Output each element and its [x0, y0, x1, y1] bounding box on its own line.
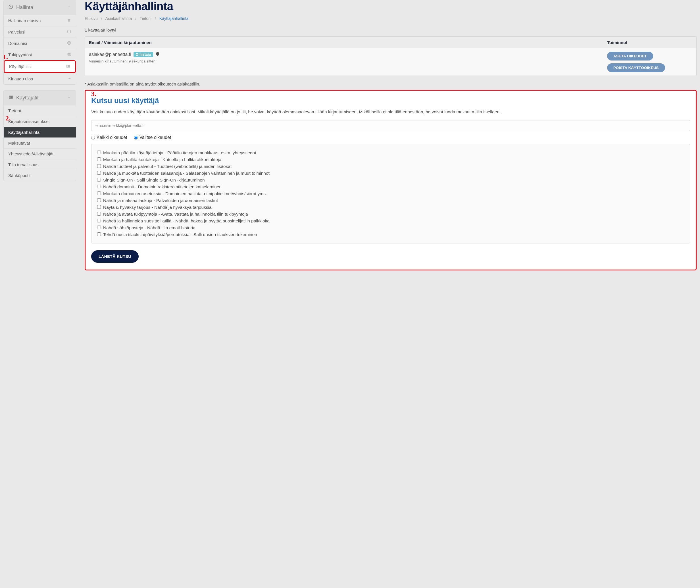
nav-label: Tukipyyntösi: [8, 52, 32, 57]
sidebar-item-hallinnan-etusivu[interactable]: Hallinnan etusivu: [4, 15, 76, 26]
th-email: Email / Viimeisin kirjautuminen: [89, 40, 607, 45]
perm-item[interactable]: Muokata päätilin käyttäjätietoja - Pääti…: [97, 149, 684, 156]
chevron-up-icon: [67, 95, 71, 101]
nav-label: Käyttäjätilisi: [9, 64, 32, 69]
permissions-box: Muokata päätilin käyttäjätietoja - Pääti…: [91, 144, 690, 243]
sidebar-item-domainisi[interactable]: Domainisi: [4, 37, 76, 49]
nav-label: Yhteystiedot/Alikäyttäjät: [8, 151, 53, 156]
perm-checkbox[interactable]: [97, 212, 101, 216]
perm-label: Nähdä ja maksaa laskuja - Palveluiden ja…: [103, 197, 218, 204]
home-icon: [67, 18, 71, 23]
section-header-hallinta[interactable]: Hallinta: [4, 0, 76, 15]
invite-email-input[interactable]: [91, 120, 690, 131]
perm-item[interactable]: Muokata domainien asetuksia - Domainien …: [97, 190, 684, 197]
sidebar-item-palvelusi[interactable]: Palvelusi: [4, 26, 76, 37]
radio-select-rights[interactable]: Valitse oikeudet: [134, 135, 171, 140]
sidebar-item-kayttajatilisi[interactable]: 1. Käyttäjätilisi: [4, 60, 76, 73]
perm-item[interactable]: Tehdä uusia tilauksia/päivityksiä/peruut…: [97, 231, 684, 238]
section-title: Hallinta: [16, 5, 33, 11]
remove-access-button[interactable]: POISTA KÄYTTÖOIKEUS: [607, 63, 665, 72]
owner-badge: Omistaja: [134, 52, 153, 57]
perm-item[interactable]: Nähdä sähköposteja - Nähdä tilin email-h…: [97, 224, 684, 231]
perm-label: Single Sign-On - Salli Single Sign-On -k…: [103, 177, 205, 184]
perm-item[interactable]: Nähdä ja maksaa laskuja - Palveluiden ja…: [97, 197, 684, 204]
sidebar-item-tietoni[interactable]: Tietoni: [4, 105, 76, 116]
perm-label: Nähdä ja muokata tuotteiden salasanoja -…: [103, 170, 270, 177]
perm-item[interactable]: Nähdä ja hallinnoida suosittelijatiliä -…: [97, 218, 684, 224]
compass-icon: [8, 4, 13, 11]
perm-checkbox[interactable]: [97, 219, 101, 222]
perm-label: Nähdä sähköposteja - Nähdä tilin email-h…: [103, 224, 195, 231]
perm-checkbox[interactable]: [97, 191, 101, 195]
table-row: asiakas@planeetta.fi Omistaja Viimeisin …: [85, 48, 696, 76]
perm-checkbox[interactable]: [97, 171, 101, 175]
id-card-icon: [66, 64, 70, 69]
invite-user-panel: 3. Kutsu uusi käyttäjä Voit kutsua uuden…: [85, 90, 697, 270]
send-invite-button[interactable]: LÄHETÄ KUTSU: [91, 250, 139, 263]
breadcrumb-etusivu[interactable]: Etusivu: [85, 16, 98, 21]
nav-label: Maksutavat: [8, 141, 30, 145]
invite-title: Kutsu uusi käyttäjä: [91, 96, 690, 105]
perm-item[interactable]: Nähdä domainit - Domainin rekisteröintit…: [97, 184, 684, 190]
perm-item[interactable]: Nähdä ja muokata tuotteiden salasanoja -…: [97, 170, 684, 177]
last-login-text: Viimeisin kirjautuminen: 9 sekuntia sitt…: [89, 59, 607, 63]
th-actions: Toiminnot: [607, 40, 692, 45]
sidebar-item-kirjautusmisasetukset[interactable]: 2. Kirjautusmisasetukset: [4, 116, 76, 127]
perm-checkbox[interactable]: [97, 151, 101, 154]
perm-item[interactable]: Näytä & hyväksy tarjous - Nähdä ja hyväk…: [97, 204, 684, 211]
section-header-kayttajatili[interactable]: Käyttäjätili: [4, 91, 76, 105]
sidebar: Hallinta Hallinnan etusivu Palvelusi Dom…: [3, 0, 76, 270]
nav-label: Hallinnan etusivu: [8, 18, 41, 23]
breadcrumb-tietoni[interactable]: Tietoni: [140, 16, 152, 21]
sidebar-section-hallinta: Hallinta Hallinnan etusivu Palvelusi Dom…: [3, 0, 76, 85]
sidebar-item-tilin-turvallisuus[interactable]: Tilin turvallisuus: [4, 159, 76, 170]
perm-item[interactable]: Single Sign-On - Salli Single Sign-On -k…: [97, 177, 684, 184]
sidebar-item-tukipyyntosi[interactable]: Tukipyyntösi: [4, 49, 76, 60]
sidebar-section-kayttajatili: Käyttäjätili Tietoni 2. Kirjautusmisaset…: [3, 90, 76, 181]
nav-label: Tietoni: [8, 108, 21, 113]
breadcrumb-current: Käyttäjänhallinta: [159, 16, 189, 21]
annotation-3: 3.: [91, 90, 96, 98]
perm-checkbox[interactable]: [97, 232, 101, 236]
owner-rights-note: * Asiakastilin omistajilla on aina täyde…: [85, 82, 697, 86]
perm-checkbox[interactable]: [97, 226, 101, 229]
id-card-icon: [8, 95, 13, 101]
perm-checkbox[interactable]: [97, 185, 101, 188]
perm-checkbox[interactable]: [97, 198, 101, 202]
radio-all-rights-input[interactable]: [91, 136, 95, 139]
perm-item[interactable]: Nähdä ja avata tukipyyntöjä - Avata, vas…: [97, 211, 684, 218]
perm-label: Muokata päätilin käyttäjätietoja - Pääti…: [103, 149, 256, 156]
perm-label: Nähdä domainit - Domainin rekisteröintit…: [103, 184, 222, 190]
radio-select-label: Valitse oikeudet: [139, 135, 171, 140]
nav-label: Käyttäjänhallinta: [8, 130, 39, 135]
perm-item[interactable]: Muokata ja hallita kontakteja - Katsella…: [97, 156, 684, 163]
sidebar-item-kayttajanhallinta[interactable]: Käyttäjänhallinta: [4, 127, 76, 137]
sidebar-item-yhteystiedot[interactable]: Yhteystiedot/Alikäyttäjät: [4, 148, 76, 159]
sidebar-item-maksutavat[interactable]: Maksutavat: [4, 137, 76, 148]
nav-label: Palvelusi: [8, 30, 25, 34]
sidebar-item-sahkopostit[interactable]: Sähköpostit: [4, 170, 76, 181]
chat-icon: [67, 52, 71, 57]
chevron-up-icon: [67, 5, 71, 11]
nav-label: Kirjaudu ulos: [8, 76, 33, 81]
annotation-1: 1.: [3, 53, 8, 61]
permissions-radio-group: Kaikki oikeudet Valitse oikeudet: [91, 135, 690, 140]
perm-label: Muokata domainien asetuksia - Domainien …: [103, 190, 267, 197]
page-title: Käyttäjänhallinta: [85, 0, 697, 13]
nav-label: Tilin turvallisuus: [8, 162, 38, 167]
annotation-2: 2.: [5, 114, 11, 122]
radio-all-rights[interactable]: Kaikki oikeudet: [91, 135, 127, 140]
breadcrumb-asiakashallinta[interactable]: Asiakashallinta: [105, 16, 132, 21]
arrow-left-icon: [67, 76, 71, 82]
perm-label: Nähdä ja avata tukipyyntöjä - Avata, vas…: [103, 211, 248, 218]
perm-checkbox[interactable]: [97, 164, 101, 168]
perm-checkbox[interactable]: [97, 157, 101, 161]
perm-item[interactable]: Nähdä tuotteet ja palvelut - Tuotteet (w…: [97, 163, 684, 170]
breadcrumb: Etusivu / Asiakashallinta / Tietoni / Kä…: [85, 16, 697, 21]
sidebar-item-kirjaudu-ulos[interactable]: Kirjaudu ulos: [4, 73, 76, 84]
users-table: Email / Viimeisin kirjautuminen Toiminno…: [85, 36, 697, 76]
perm-checkbox[interactable]: [97, 205, 101, 209]
radio-select-rights-input[interactable]: [134, 136, 138, 139]
perm-checkbox[interactable]: [97, 178, 101, 182]
set-rights-button[interactable]: ASETA OIKEUDET: [607, 52, 653, 61]
